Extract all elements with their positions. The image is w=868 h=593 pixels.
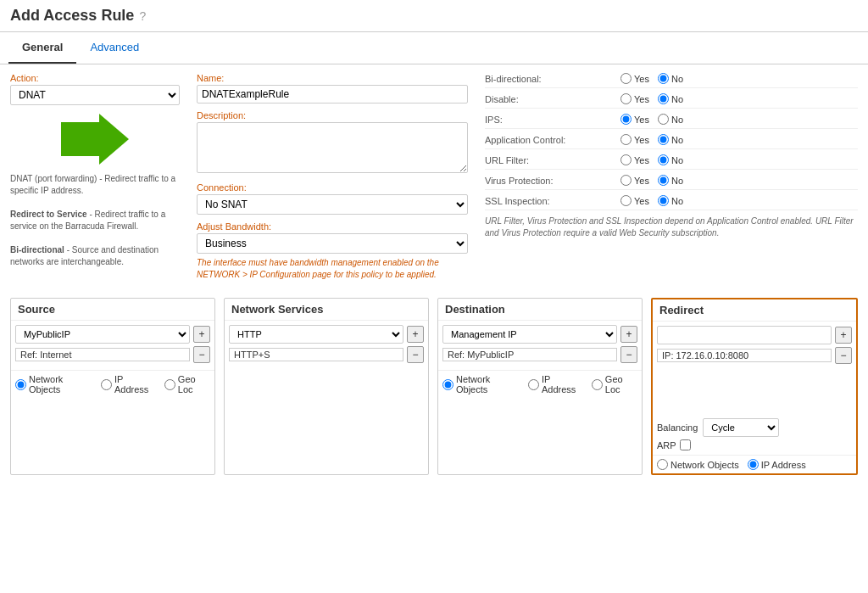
radio-column: Bi-directional: Yes No Disable: Yes No I… <box>485 73 858 288</box>
url-filter-yes[interactable]: Yes <box>620 154 649 165</box>
balancing-label: Balancing <box>657 422 698 433</box>
redirect-ip-address[interactable]: IP Address <box>748 459 806 470</box>
destination-dropdown[interactable]: Management IP <box>442 325 617 344</box>
ips-no[interactable]: No <box>658 114 683 125</box>
action-label: Action: <box>10 73 180 83</box>
dest-network-objects[interactable]: Network Objects <box>442 374 520 394</box>
help-icon[interactable]: ? <box>139 9 146 23</box>
tab-advanced[interactable]: Advanced <box>76 32 153 64</box>
network-services-title: Network Services <box>225 299 428 321</box>
destination-remove-button[interactable]: − <box>620 346 637 363</box>
ips-label: IPS: <box>485 115 620 125</box>
dnat-arrow-icon <box>61 114 129 165</box>
page-header: Add Access Rule ? <box>0 0 868 32</box>
app-control-no[interactable]: No <box>658 134 683 145</box>
ips-yes[interactable]: Yes <box>620 114 649 125</box>
source-panel: Source MyPublicIP + Ref: Internet − <box>10 298 215 475</box>
ssl-inspection-label: SSL Inspection: <box>485 196 620 206</box>
disable-no[interactable]: No <box>658 93 683 104</box>
arrow-area <box>10 114 180 165</box>
redirect-remove-button[interactable]: − <box>835 347 852 364</box>
app-control-yes[interactable]: Yes <box>620 134 649 145</box>
services-dropdown[interactable]: HTTP <box>229 325 403 344</box>
source-ip-address[interactable]: IP Address <box>101 374 156 394</box>
dest-ip-address[interactable]: IP Address <box>528 374 583 394</box>
app-control-label: Application Control: <box>485 135 620 145</box>
dnat-description: DNAT (port forwarding) - Redirect traffi… <box>10 173 180 268</box>
destination-title: Destination <box>438 299 642 321</box>
virus-protection-label: Virus Protection: <box>485 176 620 186</box>
redirect-network-objects[interactable]: Network Objects <box>657 459 739 470</box>
bi-directional-yes[interactable]: Yes <box>620 73 649 84</box>
url-filter-label: URL Filter: <box>485 155 620 165</box>
arp-label: ARP <box>657 440 676 450</box>
redirect-input[interactable] <box>657 326 832 344</box>
redirect-add-button[interactable]: + <box>835 327 852 344</box>
services-item-0: HTTP+S <box>229 348 403 361</box>
disable-label: Disable: <box>485 94 620 104</box>
source-geo-loc[interactable]: Geo Loc <box>164 374 210 394</box>
description-textarea[interactable] <box>197 122 468 173</box>
source-footer: Network Objects IP Address Geo Loc <box>15 374 210 394</box>
arp-row: ARP <box>657 439 852 450</box>
destination-footer: Network Objects IP Address Geo Loc <box>442 374 637 394</box>
arp-checkbox[interactable] <box>680 439 691 450</box>
connection-select[interactable]: No SNAT SNAT Dynamic SNAT <box>197 194 468 215</box>
connection-label: Connection: <box>197 182 468 193</box>
redirect-panel: Redirect + IP: 172.16.0.10:8080 − Balanc… <box>651 298 858 475</box>
page-title: Add Access Rule <box>10 7 134 25</box>
dest-geo-loc[interactable]: Geo Loc <box>592 374 637 394</box>
redirect-footer: Network Objects IP Address <box>657 459 852 470</box>
source-remove-button[interactable]: − <box>193 346 210 363</box>
source-title: Source <box>11 299 214 321</box>
source-dropdown[interactable]: MyPublicIP <box>15 325 190 344</box>
bandwidth-note: The interface must have bandwidth manage… <box>197 257 468 281</box>
content-area: Action: DNAT Allow Deny SNAT DNAT (port … <box>0 64 868 581</box>
action-column: Action: DNAT Allow Deny SNAT DNAT (port … <box>10 73 180 288</box>
source-network-objects[interactable]: Network Objects <box>15 374 92 394</box>
ssl-no[interactable]: No <box>658 195 683 206</box>
destination-item-0: Ref: MyPublicIP <box>442 348 617 361</box>
radios-note: URL Filter, Virus Protection and SSL Ins… <box>485 215 858 239</box>
services-add-button[interactable]: + <box>407 326 424 343</box>
svg-marker-0 <box>61 114 129 165</box>
description-label: Description: <box>197 110 468 120</box>
redirect-title: Redirect <box>653 299 856 322</box>
bandwidth-label: Adjust Bandwidth: <box>197 221 468 232</box>
services-remove-button[interactable]: − <box>407 346 424 363</box>
action-select[interactable]: DNAT Allow Deny SNAT <box>10 85 180 105</box>
disable-yes[interactable]: Yes <box>620 93 649 104</box>
redirect-item-0: IP: 172.16.0.10:8080 <box>657 349 832 362</box>
name-input[interactable] <box>197 85 468 103</box>
source-add-button[interactable]: + <box>193 326 210 343</box>
network-services-panel: Network Services HTTP + HTTP+S − <box>224 298 429 475</box>
virus-protection-no[interactable]: No <box>658 175 683 186</box>
bi-directional-no[interactable]: No <box>658 73 683 84</box>
virus-protection-yes[interactable]: Yes <box>620 175 649 186</box>
bandwidth-select[interactable]: Business Default High Low <box>197 233 468 254</box>
url-filter-no[interactable]: No <box>658 154 683 165</box>
name-column: Name: Description: Connection: No SNAT S… <box>197 73 468 288</box>
tab-general[interactable]: General <box>8 32 76 64</box>
balancing-row: Balancing Cycle Random Least Connections <box>657 418 852 437</box>
bi-directional-label: Bi-directional: <box>485 74 620 84</box>
ssl-yes[interactable]: Yes <box>620 195 649 206</box>
tabs-container: General Advanced <box>0 32 868 64</box>
destination-add-button[interactable]: + <box>620 326 637 343</box>
destination-panel: Destination Management IP + Ref: MyPubli… <box>437 298 643 475</box>
name-label: Name: <box>197 73 468 83</box>
balancing-select[interactable]: Cycle Random Least Connections <box>703 418 779 437</box>
source-item-0: Ref: Internet <box>15 348 190 361</box>
